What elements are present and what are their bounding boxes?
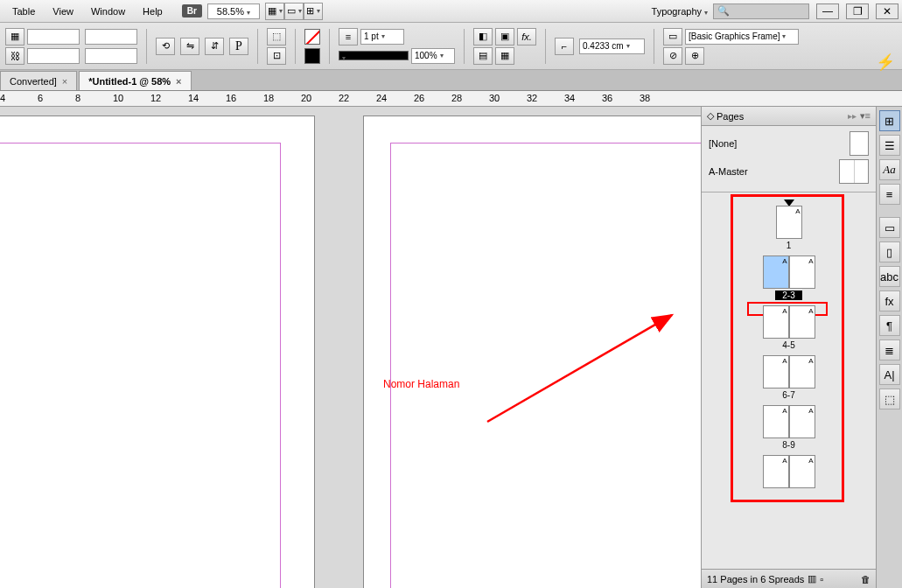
ruler-tick: 16 xyxy=(226,93,236,103)
dock-button[interactable]: ≣ xyxy=(879,340,900,360)
close-button[interactable]: ✕ xyxy=(876,4,899,19)
ruler-tick: 4 xyxy=(0,93,5,103)
rotate-icon[interactable]: ⟲ xyxy=(156,38,175,55)
arrange-icon[interactable]: ⊞ xyxy=(304,3,323,20)
page-thumb[interactable]: A xyxy=(763,405,789,438)
flip-h-icon[interactable]: ⇋ xyxy=(180,38,199,55)
master-badge: A xyxy=(782,307,787,315)
document-tabs: Converted]× *Untitled-1 @ 58%× xyxy=(0,70,902,91)
dock-button[interactable]: ▯ xyxy=(879,242,900,262)
drop-shadow-icon[interactable]: ▣ xyxy=(495,28,514,46)
object-style[interactable]: [Basic Graphics Frame] xyxy=(685,29,799,45)
menu-window[interactable]: Window xyxy=(82,3,134,20)
edit-layout-icon[interactable]: ▥ xyxy=(808,573,816,584)
view-options-icon[interactable]: ▦ xyxy=(265,3,284,20)
ruler-tick: 32 xyxy=(527,93,537,103)
spread[interactable]: AA xyxy=(763,455,815,490)
panel-menu-icon[interactable]: ▾≡ xyxy=(860,110,871,122)
stroke-weight[interactable]: 1 pt xyxy=(360,29,404,45)
workspace-switcher[interactable]: Typography xyxy=(652,6,708,17)
select-container-icon[interactable]: ⬚ xyxy=(267,28,286,46)
master-badge: A xyxy=(808,307,813,315)
h-field[interactable] xyxy=(85,48,137,64)
dock-button[interactable]: ≡ xyxy=(879,184,900,205)
menu-view[interactable]: View xyxy=(44,3,82,20)
fill-swatch[interactable] xyxy=(304,29,320,45)
pages-list[interactable]: A1AA2-3AA4-5AA6-7AA8-9AA xyxy=(702,192,876,569)
dock-button[interactable]: Aa xyxy=(879,159,900,180)
ref-point-icon[interactable]: ▦ xyxy=(5,28,24,46)
pages-panel-footer: 11 Pages in 6 Spreads ▥ ▫ 🗑 xyxy=(702,569,876,588)
dock-button[interactable]: ▭ xyxy=(879,217,900,238)
new-style-icon[interactable]: ⊕ xyxy=(685,47,704,65)
flip-v-icon[interactable]: ⇵ xyxy=(205,38,224,55)
page-thumb[interactable]: A xyxy=(763,256,789,289)
page-spread-left[interactable] xyxy=(0,116,315,588)
pages-panel-header[interactable]: ◇ Pages ▸▸ ▾≡ xyxy=(702,107,876,126)
master-a[interactable]: A-Master xyxy=(709,166,748,177)
menu-help[interactable]: Help xyxy=(134,3,171,20)
object-style-icon[interactable]: ▭ xyxy=(663,28,682,46)
tab-untitled[interactable]: *Untitled-1 @ 58%× xyxy=(79,71,191,90)
opacity-icon[interactable]: ◧ xyxy=(473,28,493,46)
minimize-button[interactable]: — xyxy=(816,4,839,19)
stroke-swatch[interactable] xyxy=(304,48,320,64)
text-wrap-icon[interactable]: ▤ xyxy=(473,47,493,65)
page-thumb[interactable]: A xyxy=(789,455,815,488)
page-thumb[interactable]: A xyxy=(763,305,789,339)
select-content-icon[interactable]: ⊡ xyxy=(267,47,286,65)
page-thumb[interactable]: A xyxy=(789,305,815,339)
document-canvas[interactable]: Nomor Halaman xyxy=(0,107,701,588)
stroke-style[interactable] xyxy=(339,51,409,60)
y-field[interactable] xyxy=(27,48,80,64)
dock-button[interactable]: A| xyxy=(879,364,900,385)
link-icon[interactable]: ⛓ xyxy=(5,47,24,65)
corner-icon[interactable]: ⌐ xyxy=(555,38,574,55)
page-thumb[interactable]: A xyxy=(776,206,802,239)
page-thumb[interactable]: A xyxy=(789,256,815,289)
close-icon[interactable]: × xyxy=(62,76,67,87)
master-badge: A xyxy=(808,407,813,415)
master-badge: A xyxy=(808,457,813,465)
type-icon[interactable]: P xyxy=(229,38,248,55)
zoom-dropdown[interactable]: 58.5% xyxy=(207,4,260,19)
menu-table[interactable]: Table xyxy=(3,3,44,20)
x-field[interactable] xyxy=(27,29,80,45)
wrap-around-icon[interactable]: ▦ xyxy=(495,47,514,65)
page-thumb[interactable]: A xyxy=(789,405,815,438)
dock-button[interactable]: ⊞ xyxy=(879,110,900,131)
ruler-tick: 30 xyxy=(489,93,500,103)
dock-button[interactable]: ☰ xyxy=(879,135,900,156)
updown-icon: ◇ xyxy=(707,110,714,122)
fx-icon[interactable]: fx. xyxy=(517,28,536,46)
maximize-button[interactable]: ❐ xyxy=(846,4,869,19)
frame-size[interactable]: 0.4233 cm xyxy=(579,38,645,54)
clear-override-icon[interactable]: ⊘ xyxy=(663,47,682,65)
zoom2[interactable]: 100% xyxy=(411,48,455,64)
ruler-tick: 28 xyxy=(451,93,462,103)
bridge-button[interactable]: Br xyxy=(182,4,202,18)
dock-button[interactable]: ¶ xyxy=(879,315,900,336)
tab-converted[interactable]: Converted]× xyxy=(0,71,77,90)
master-badge: A xyxy=(782,407,787,415)
master-a-thumb[interactable] xyxy=(839,159,869,184)
ruler-tick: 18 xyxy=(263,93,274,103)
master-none-thumb[interactable] xyxy=(850,131,869,156)
close-icon[interactable]: × xyxy=(176,76,181,87)
dock-button[interactable]: ⬚ xyxy=(879,388,900,410)
quick-apply-icon[interactable]: ⚡ xyxy=(876,52,895,72)
page-thumb[interactable]: A xyxy=(789,355,815,388)
trash-icon[interactable]: 🗑 xyxy=(861,574,871,584)
search-input[interactable]: 🔍 xyxy=(713,4,809,19)
screen-mode-icon[interactable]: ▭ xyxy=(284,3,304,20)
page-spread-right[interactable] xyxy=(363,116,701,588)
page-thumb[interactable]: A xyxy=(763,355,789,388)
new-page-icon[interactable]: ▫ xyxy=(820,574,823,584)
dock-button[interactable]: abc xyxy=(879,266,900,287)
collapse-icon[interactable]: ▸▸ xyxy=(848,111,857,121)
w-field[interactable] xyxy=(85,29,137,45)
page-thumb[interactable]: A xyxy=(763,455,789,488)
dock-button[interactable]: fx xyxy=(879,290,900,312)
ruler-tick: 20 xyxy=(301,93,311,103)
master-none[interactable]: [None] xyxy=(709,138,737,149)
